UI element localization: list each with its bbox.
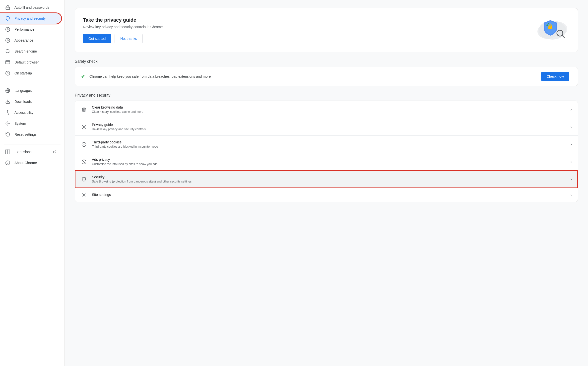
privacy-item-clear-browsing[interactable]: Clear browsing data Clear history, cooki… — [75, 101, 578, 118]
svg-point-34 — [82, 125, 86, 129]
svg-point-39 — [83, 144, 83, 144]
security-desc: Safe Browsing (protection from dangerous… — [92, 180, 571, 183]
sidebar-divider — [4, 142, 61, 142]
security-text: Security Safe Browsing (protection from … — [92, 175, 571, 183]
svg-rect-6 — [6, 61, 10, 64]
accessibility-icon — [5, 110, 10, 115]
sidebar-item-languages[interactable]: Languages — [0, 85, 62, 96]
third-party-cookies-desc: Third-party cookies are blocked in Incog… — [92, 145, 571, 148]
svg-rect-27 — [548, 26, 552, 29]
privacy-guide-illustration — [530, 15, 570, 45]
sidebar-divider — [4, 81, 61, 81]
svg-point-28 — [546, 24, 548, 26]
ads-privacy-text: Ads privacy Customise the info used by s… — [92, 158, 571, 166]
sidebar-item-reset[interactable]: Reset settings — [0, 129, 62, 140]
privacy-guide-icon — [81, 124, 87, 129]
sidebar-item-extensions[interactable]: Extensions — [0, 146, 62, 157]
sidebar-item-system[interactable]: System — [0, 118, 62, 129]
performance-icon — [5, 27, 10, 32]
ads-privacy-desc: Customise the info used by sites to show… — [92, 162, 571, 166]
extensions-icon — [5, 149, 10, 154]
downloads-icon — [5, 99, 10, 104]
privacy-guide-chevron: › — [571, 125, 572, 129]
svg-point-2 — [6, 38, 10, 43]
sidebar-item-autofill[interactable]: Autofill and passwords — [0, 2, 62, 13]
sidebar-label-accessibility: Accessibility — [14, 111, 57, 115]
on-startup-icon — [5, 71, 10, 76]
security-title: Security — [92, 175, 571, 179]
privacy-guide-card: Take the privacy guide Review key privac… — [75, 8, 578, 52]
sidebar-label-default-browser: Default browser — [14, 60, 57, 64]
sidebar-label-search: Search engine — [14, 49, 57, 53]
privacy-security-header: Privacy and security — [75, 93, 578, 98]
sidebar-item-privacy[interactable]: Privacy and security — [0, 13, 62, 24]
safety-check-icon: ✔ — [81, 73, 85, 80]
autofill-icon — [5, 5, 10, 10]
clear-browsing-title: Clear browsing data — [92, 105, 571, 109]
sidebar-label-privacy: Privacy and security — [14, 16, 57, 20]
sidebar-label-performance: Performance — [14, 27, 57, 31]
privacy-item-privacy-guide[interactable]: Privacy guide Review key privacy and sec… — [75, 118, 578, 136]
site-settings-icon — [81, 192, 87, 197]
svg-rect-0 — [6, 7, 10, 9]
svg-point-3 — [7, 40, 8, 41]
svg-line-43 — [82, 160, 85, 163]
sidebar-label-system: System — [14, 122, 57, 125]
ads-privacy-icon — [81, 159, 87, 164]
sidebar-label-about: About Chrome — [14, 161, 57, 165]
system-icon — [5, 121, 10, 126]
no-thanks-button[interactable]: No, thanks — [115, 34, 143, 43]
sidebar-label-autofill: Autofill and passwords — [14, 5, 57, 9]
third-party-cookies-chevron: › — [571, 142, 572, 147]
svg-point-14 — [7, 111, 8, 111]
privacy-guide-buttons: Get started No, thanks — [83, 34, 163, 43]
sidebar-label-on-startup: On start-up — [14, 71, 57, 75]
sidebar-item-downloads[interactable]: Downloads — [0, 96, 62, 107]
reset-icon — [5, 132, 10, 137]
third-party-cookies-icon — [81, 142, 87, 147]
safety-check-text: Chrome can help keep you safe from data … — [89, 74, 541, 78]
sidebar-divider — [4, 144, 61, 144]
privacy-guide-text: Take the privacy guide Review key privac… — [83, 17, 163, 43]
svg-point-4 — [6, 50, 9, 53]
svg-line-20 — [55, 150, 56, 152]
sidebar-label-downloads: Downloads — [14, 100, 57, 104]
svg-point-41 — [85, 144, 85, 144]
sidebar-item-about[interactable]: About Chrome — [0, 157, 62, 168]
search-icon — [5, 49, 10, 54]
svg-line-10 — [8, 73, 8, 74]
security-icon — [81, 177, 87, 182]
third-party-cookies-text: Third-party cookies Third-party cookies … — [92, 140, 571, 148]
sidebar-label-extensions: Extensions — [14, 150, 49, 154]
safety-check-header: Safety check — [75, 59, 578, 64]
privacy-item-third-party-cookies[interactable]: Third-party cookies Third-party cookies … — [75, 136, 578, 153]
sidebar-item-accessibility[interactable]: Accessibility — [0, 107, 62, 118]
sidebar-label-languages: Languages — [14, 89, 57, 93]
svg-point-35 — [83, 126, 85, 127]
clear-browsing-text: Clear browsing data Clear history, cooki… — [92, 105, 571, 114]
svg-point-29 — [548, 23, 549, 24]
clear-browsing-chevron: › — [571, 107, 572, 112]
privacy-item-security[interactable]: Security Safe Browsing (protection from … — [75, 171, 578, 188]
check-now-button[interactable]: Check now — [541, 72, 569, 81]
sidebar-item-performance[interactable]: Performance — [0, 24, 62, 35]
sidebar-label-appearance: Appearance — [14, 38, 57, 42]
languages-icon — [5, 88, 10, 93]
sidebar-item-search[interactable]: Search engine — [0, 46, 62, 57]
privacy-item-site-settings[interactable]: Site settings › — [75, 188, 578, 202]
clear-browsing-icon — [81, 107, 87, 112]
ads-privacy-chevron: › — [571, 160, 572, 164]
svg-point-44 — [83, 194, 85, 196]
get-started-button[interactable]: Get started — [83, 34, 111, 43]
third-party-cookies-title: Third-party cookies — [92, 140, 571, 144]
sidebar-item-appearance[interactable]: Appearance — [0, 35, 62, 46]
external-link-icon — [53, 150, 57, 154]
svg-point-15 — [7, 123, 8, 124]
svg-line-5 — [9, 52, 10, 53]
sidebar-item-on-startup[interactable]: On start-up — [0, 68, 62, 79]
privacy-item-ads-privacy[interactable]: Ads privacy Customise the info used by s… — [75, 153, 578, 171]
privacy-guide-title: Privacy guide — [92, 123, 571, 127]
sidebar-divider — [4, 83, 61, 83]
site-settings-chevron: › — [571, 193, 572, 197]
sidebar-item-default-browser[interactable]: Default browser — [0, 57, 62, 68]
